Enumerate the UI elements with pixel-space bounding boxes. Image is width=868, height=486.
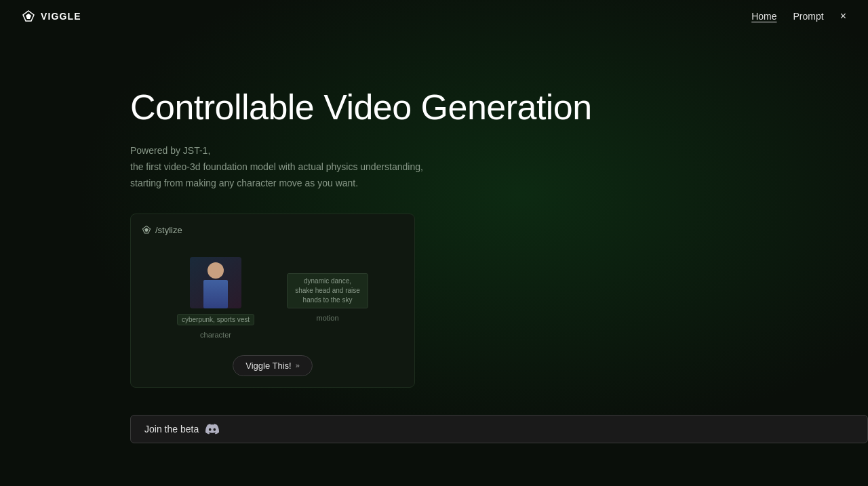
logo-link[interactable]: VIGGLE	[22, 9, 81, 23]
demo-card-header: /stylize	[142, 225, 403, 235]
svg-marker-3	[144, 228, 149, 232]
discord-icon	[205, 422, 219, 436]
hero-subtitle: Powered by JST-1, the first video-3d fou…	[130, 143, 868, 191]
join-beta-label: Join the beta	[144, 424, 199, 434]
character-image	[190, 257, 241, 308]
viggle-logo-icon	[22, 9, 35, 23]
subtitle-line3: starting from making any character move …	[130, 178, 358, 188]
nav-prompt-link[interactable]: Prompt	[793, 11, 824, 22]
viggle-this-label: Viggle This!	[245, 361, 291, 371]
nav-close-button[interactable]: ×	[840, 11, 846, 22]
demo-card-footer: Viggle This! »	[142, 355, 403, 376]
main-content: Controllable Video Generation Powered by…	[0, 0, 868, 443]
motion-section: dynamic dance, shake head and raise hand…	[287, 273, 368, 322]
hero-title: Controllable Video Generation	[130, 88, 868, 127]
motion-label: motion	[317, 314, 339, 322]
join-beta-button[interactable]: Join the beta	[130, 415, 868, 443]
logo-text: VIGGLE	[41, 11, 81, 22]
viggle-this-button[interactable]: Viggle This! »	[233, 355, 313, 376]
subtitle-line1: Powered by JST-1,	[130, 145, 210, 156]
demo-command-label: /stylize	[155, 225, 182, 235]
character-section: cyberpunk, sports vest character	[177, 257, 254, 339]
motion-tag: dynamic dance, shake head and raise hand…	[287, 273, 368, 308]
demo-viggle-logo-icon	[142, 225, 151, 235]
character-label: character	[200, 331, 231, 339]
nav-right: Home Prompt ×	[751, 11, 846, 22]
viggle-this-arrow-icon: »	[296, 361, 300, 369]
demo-card: /stylize cyberpunk, sports vest characte…	[130, 214, 415, 388]
navbar: VIGGLE Home Prompt ×	[0, 0, 868, 33]
svg-marker-1	[26, 14, 31, 19]
subtitle-line2: the first video-3d foundation model with…	[130, 161, 423, 172]
character-tag: cyberpunk, sports vest	[177, 314, 254, 325]
demo-card-body: cyberpunk, sports vest character dynamic…	[142, 249, 403, 350]
nav-home-link[interactable]: Home	[751, 11, 776, 22]
